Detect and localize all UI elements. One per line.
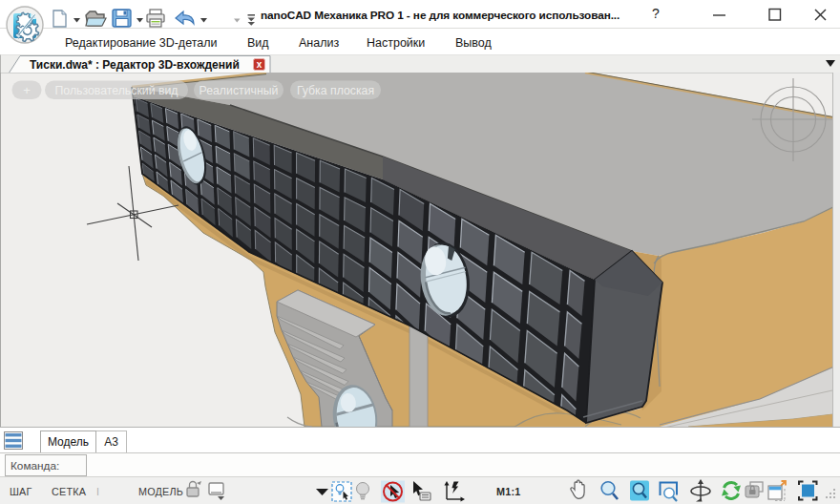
svg-text:Губка плоская: Губка плоская bbox=[297, 84, 374, 97]
svg-text:+: + bbox=[23, 83, 31, 97]
svg-text:Реалистичный: Реалистичный bbox=[200, 84, 279, 97]
svg-text:Пользовательский вид: Пользовательский вид bbox=[54, 84, 178, 97]
